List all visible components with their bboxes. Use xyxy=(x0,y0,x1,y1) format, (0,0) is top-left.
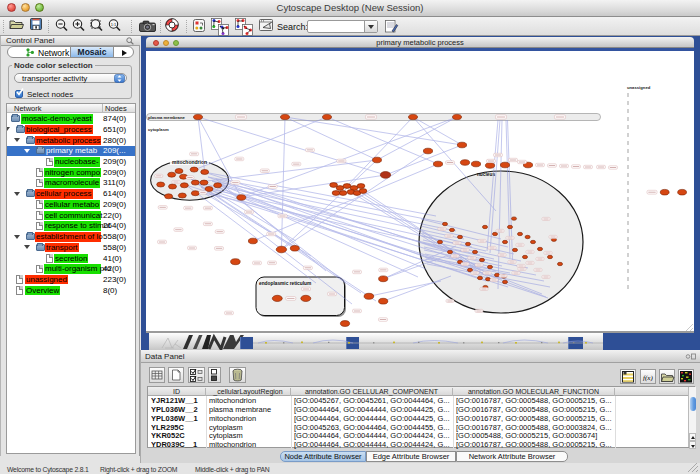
svg-text:f(x): f(x) xyxy=(643,374,653,382)
svg-text:1:1: 1:1 xyxy=(111,22,117,27)
svg-text:unassigned: unassigned xyxy=(627,85,651,90)
svg-text:nucleus: nucleus xyxy=(477,172,495,177)
svg-text:plasma membrane: plasma membrane xyxy=(148,115,185,120)
svg-text:mitochondrion: mitochondrion xyxy=(172,159,207,165)
svg-text:cytoplasm: cytoplasm xyxy=(148,127,169,132)
svg-text:endoplasmic reticulum: endoplasmic reticulum xyxy=(259,280,311,285)
